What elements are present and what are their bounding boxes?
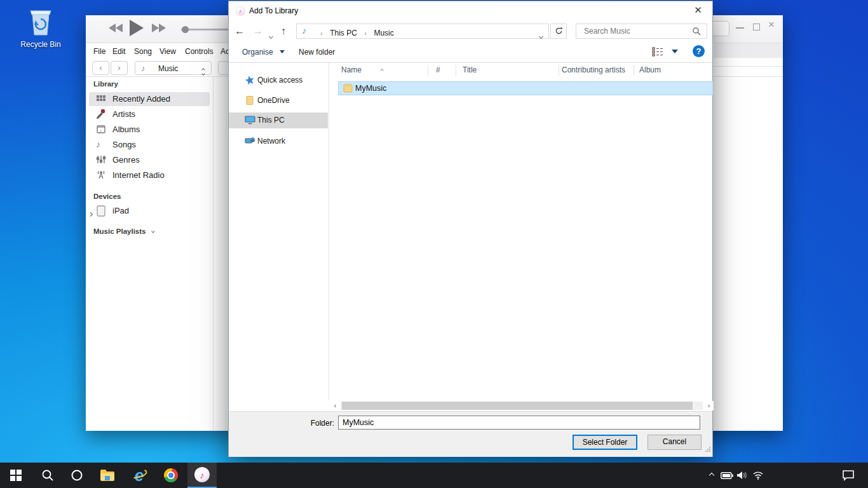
scroll-left-icon[interactable]: ‹ <box>330 401 340 410</box>
back-arrow-icon[interactable]: ← <box>234 24 245 38</box>
microphone-icon <box>96 109 107 119</box>
breadcrumb-this-pc[interactable]: This PC <box>330 29 357 37</box>
cancel-button[interactable]: Cancel <box>648 435 702 450</box>
column-header-number[interactable]: # <box>436 65 440 74</box>
sidebar-item-genres[interactable]: Genres <box>86 153 213 167</box>
column-header-contributing-artists[interactable]: Contributing artists <box>562 65 625 74</box>
this-pc-monitor-icon <box>245 115 255 125</box>
action-center-icon[interactable] <box>839 463 858 488</box>
resize-grip[interactable] <box>705 444 711 455</box>
minimize-icon[interactable] <box>736 27 744 29</box>
help-icon[interactable]: ? <box>693 45 705 57</box>
recycle-bin-shortcut[interactable]: Recycle Bin <box>18 5 64 51</box>
folder-icon <box>343 84 353 95</box>
previous-track-icon[interactable] <box>109 23 124 36</box>
internet-explorer-icon[interactable]: e <box>125 463 154 488</box>
recycle-bin-icon <box>27 28 55 39</box>
view-details-icon[interactable] <box>652 46 664 59</box>
media-selector-value: Music <box>158 64 178 73</box>
folder-name-input[interactable] <box>338 416 700 430</box>
radio-tower-icon <box>96 170 107 180</box>
navpane-divider <box>329 63 329 400</box>
hidden-icons-chevron-icon[interactable] <box>704 463 719 488</box>
sort-ascending-caret-icon <box>381 63 383 74</box>
dialog-title: Add To Library <box>249 6 298 15</box>
ipad-icon <box>96 205 107 216</box>
navpane-network[interactable]: Network <box>229 133 328 149</box>
network-icon <box>245 136 255 146</box>
sidebar-item-ipad[interactable]: iPad <box>86 204 213 218</box>
taskbar-search-icon[interactable] <box>33 463 62 488</box>
scroll-right-icon[interactable]: › <box>704 401 714 410</box>
chrome-icon[interactable] <box>156 463 186 488</box>
close-icon[interactable]: × <box>768 18 775 31</box>
album-icon: ♪ <box>96 124 107 135</box>
sidebar-item-internet-radio[interactable]: Internet Radio <box>86 168 213 182</box>
cortana-icon[interactable] <box>62 463 92 488</box>
menu-file[interactable]: File <box>93 47 105 56</box>
wifi-icon[interactable] <box>750 463 766 488</box>
sidebar-item-songs[interactable]: ♪ Songs <box>86 138 213 152</box>
itunes-back-button[interactable]: ‹ <box>92 61 109 75</box>
refresh-button[interactable] <box>550 24 567 39</box>
expand-arrow-icon[interactable] <box>88 212 93 217</box>
file-row-mymusic[interactable]: MyMusic <box>338 81 713 95</box>
recycle-bin-label: Recycle Bin <box>18 40 64 49</box>
navpane-quick-access[interactable]: Quick access <box>229 72 328 88</box>
navpane-this-pc[interactable]: This PC <box>229 112 328 128</box>
horizontal-scrollbar[interactable]: ‹ › <box>330 401 714 410</box>
search-box[interactable]: Search Music <box>576 24 707 39</box>
volume-icon[interactable] <box>735 463 750 488</box>
music-playlists-header[interactable]: Music Playlists <box>93 227 154 235</box>
column-header-name[interactable]: Name <box>341 65 362 74</box>
dropdown-triangle-icon <box>280 50 285 53</box>
menu-edit[interactable]: Edit <box>112 47 126 56</box>
song-note-icon: ♪ <box>96 139 107 150</box>
devices-header: Devices <box>93 193 121 200</box>
chevron-down-icon <box>151 229 155 233</box>
file-explorer-icon[interactable] <box>93 463 122 488</box>
next-track-icon[interactable] <box>152 23 167 36</box>
up-arrow-icon[interactable]: ↑ <box>281 24 286 38</box>
itunes-dialog-icon: ♪ <box>235 6 245 16</box>
itunes-taskbar-icon[interactable]: ♪ <box>187 463 217 488</box>
sidebar-item-recently-added[interactable]: Recently Added <box>86 92 213 106</box>
sidebar-item-artists[interactable]: Artists <box>86 107 213 121</box>
sidebar-item-albums[interactable]: ♪ Albums <box>86 123 213 137</box>
grid-icon <box>96 93 107 104</box>
volume-slider-thumb[interactable] <box>182 26 189 33</box>
dialog-toolbar: Organise New folder ? <box>229 42 712 63</box>
itunes-media-selector[interactable]: ♪ Music <box>135 61 212 75</box>
address-bar[interactable]: ♪ › This PC › Music <box>296 24 549 39</box>
view-dropdown-triangle-icon[interactable] <box>672 50 678 53</box>
recent-locations-chevron-icon[interactable] <box>269 29 273 41</box>
menu-song[interactable]: Song <box>134 47 152 56</box>
menu-view[interactable]: View <box>159 47 176 56</box>
search-icon[interactable] <box>692 27 701 38</box>
itunes-forward-button[interactable]: › <box>111 61 128 75</box>
maximize-icon[interactable] <box>753 24 760 30</box>
navpane-onedrive[interactable]: OneDrive <box>229 93 328 109</box>
dialog-titlebar[interactable]: ♪ Add To Library ✕ <box>229 1 712 20</box>
file-name: MyMusic <box>355 84 386 93</box>
taskbar: e ♪ <box>0 463 868 488</box>
breadcrumb-music[interactable]: Music <box>374 29 393 37</box>
select-folder-button[interactable]: Select Folder <box>573 435 637 450</box>
column-header-title[interactable]: Title <box>463 65 477 74</box>
scrollbar-thumb[interactable] <box>342 402 693 410</box>
search-placeholder: Search Music <box>584 27 630 36</box>
start-button[interactable] <box>1 463 31 488</box>
organise-button[interactable]: Organise <box>242 48 285 57</box>
new-folder-button[interactable]: New folder <box>299 48 335 57</box>
sliders-icon <box>96 154 107 165</box>
menu-controls[interactable]: Controls <box>185 47 214 56</box>
quick-access-star-icon <box>245 75 255 85</box>
itunes-content-header-partial <box>714 43 783 58</box>
dialog-close-icon[interactable]: ✕ <box>684 1 712 20</box>
address-dropdown-chevron-icon[interactable] <box>539 29 543 41</box>
column-header-album[interactable]: Album <box>639 65 661 74</box>
battery-icon[interactable] <box>719 463 735 488</box>
play-icon[interactable] <box>128 20 144 39</box>
onedrive-folder-icon <box>245 95 255 105</box>
forward-arrow-icon[interactable]: → <box>253 24 263 38</box>
